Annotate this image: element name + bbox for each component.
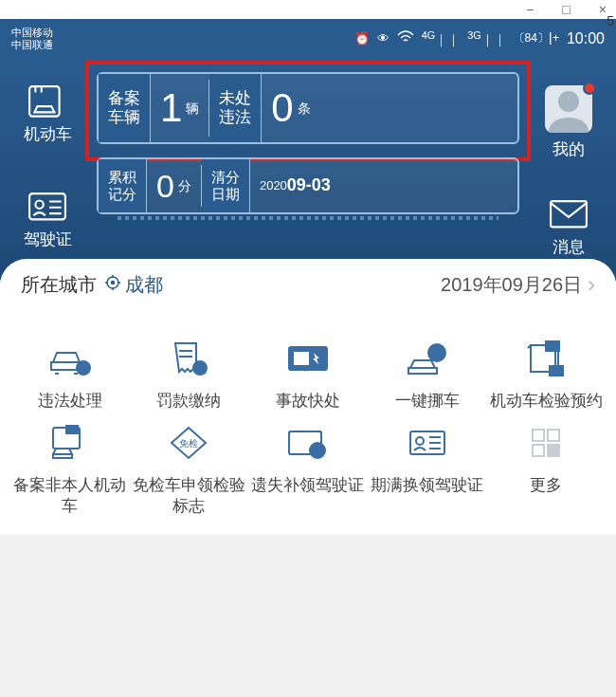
- tile-label: 免检车申领检验标志: [133, 475, 246, 516]
- tile-label: 事故快处: [276, 391, 340, 411]
- nav-vehicle[interactable]: 机动车: [24, 85, 72, 145]
- nav-messages[interactable]: 消息: [549, 198, 589, 258]
- reset-date-label: 清分日期: [202, 159, 250, 212]
- header: 机动车 驾驶证 备案车辆 1辆: [0, 59, 616, 286]
- tile-label: 期满换领驾驶证: [371, 475, 483, 495]
- exempt-icon: 免检: [162, 420, 215, 466]
- car-document-icon: [27, 85, 67, 118]
- locate-icon: [104, 274, 121, 296]
- city-row[interactable]: 所在城市 成都 2019年09月26日 ›: [0, 260, 616, 307]
- renew-license-icon: [401, 420, 454, 466]
- envelope-icon: [549, 198, 589, 230]
- license-icon: [27, 191, 67, 223]
- svg-text:备: 备: [68, 427, 75, 433]
- tile-exempt-inspection[interactable]: 免检 免检车申领检验标志: [133, 420, 246, 516]
- nav-license[interactable]: 驾驶证: [24, 191, 72, 250]
- nav-vehicle-label: 机动车: [24, 123, 72, 145]
- carrier-1: 中国移动: [11, 27, 53, 39]
- tile-label: 违法处理: [38, 391, 102, 411]
- svg-text:预: 预: [553, 367, 560, 376]
- tile-label: 遗失补领驾驶证: [251, 475, 364, 495]
- svg-rect-11: [293, 351, 310, 366]
- city-label: 所在城市: [21, 272, 97, 298]
- window-chrome: − □ ×: [0, 0, 616, 19]
- carrier-2: 中国联通: [11, 39, 53, 51]
- tile-register-other-vehicle[interactable]: 备 备案非本人机动车: [13, 420, 127, 516]
- car-violation-icon: 违: [44, 336, 97, 381]
- eye-icon: 👁: [377, 31, 390, 46]
- more-icon: [519, 420, 572, 466]
- track-decoration: [118, 216, 498, 220]
- svg-text:挪: 挪: [432, 348, 442, 358]
- tile-inspection-appointment[interactable]: 检预 机动车检验预约: [489, 336, 603, 411]
- tile-label: 备案非本人机动车: [13, 475, 127, 516]
- city-value[interactable]: 成都: [104, 272, 163, 298]
- current-date: 2019年09月26日: [441, 272, 582, 298]
- battery-indicator: 〔84〕ǀ+: [514, 30, 559, 46]
- register-vehicle-icon: 备: [44, 420, 97, 466]
- nav-messages-label: 消息: [553, 236, 585, 258]
- signal-3g: 3G｜｜: [467, 29, 505, 48]
- tile-label: 更多: [530, 475, 562, 495]
- svg-point-5: [112, 281, 115, 284]
- svg-point-27: [416, 437, 424, 445]
- tile-violation-handling[interactable]: 违 违法处理: [13, 336, 127, 411]
- alarm-icon: ⏰: [354, 31, 370, 46]
- svg-text:检: 检: [549, 342, 556, 351]
- window-minimize[interactable]: −: [526, 2, 534, 17]
- tile-more[interactable]: 更多: [489, 420, 603, 516]
- tile-label: 罚款缴纳: [156, 391, 221, 411]
- services-grid: 违 违法处理 缴 罚款缴纳 事故快处 挪 一键挪车 检预 机动车检验: [0, 307, 616, 535]
- reset-date-value: 2020 09-03: [250, 159, 340, 212]
- svg-rect-3: [551, 201, 587, 227]
- svg-text:免检: 免检: [179, 438, 198, 449]
- pending-violations-value: 0条: [262, 74, 319, 142]
- accumulated-points-value: 0分: [147, 159, 201, 212]
- clock: 10:00: [567, 30, 605, 47]
- pending-violations-label: 未处违法: [209, 74, 262, 142]
- nav-mine[interactable]: 我的: [545, 85, 592, 160]
- svg-text:补: 补: [313, 447, 321, 456]
- wifi-icon: [397, 30, 414, 46]
- move-car-icon: 挪: [401, 336, 454, 381]
- chevron-right-icon: ›: [588, 271, 595, 298]
- nav-mine-label: 我的: [553, 138, 585, 160]
- receipt-icon: 缴: [162, 336, 215, 381]
- svg-text:违: 违: [79, 364, 87, 374]
- status-bar: 中国移动 中国联通 ⏰ 👁 4G｜｜ 3G｜｜ 〔84〕ǀ+ 10:00: [0, 19, 616, 59]
- nav-license-label: 驾驶证: [24, 229, 72, 250]
- tile-move-car[interactable]: 挪 一键挪车: [371, 336, 484, 411]
- inspection-icon: 检预: [519, 336, 572, 381]
- tile-accident-quick[interactable]: 事故快处: [251, 336, 365, 411]
- annotation-5: 5: [607, 13, 614, 28]
- vehicles-card[interactable]: 备案车辆 1辆 未处违法 0条: [97, 72, 519, 144]
- accumulated-points-label: 累积记分: [99, 159, 147, 212]
- tile-renew-license[interactable]: 期满换领驾驶证: [371, 420, 484, 516]
- svg-point-2: [35, 201, 43, 209]
- tile-label: 机动车检验预约: [490, 391, 603, 411]
- svg-text:缴: 缴: [196, 364, 205, 374]
- signal-4g: 4G｜｜: [422, 29, 460, 48]
- tile-label: 一键挪车: [395, 391, 460, 411]
- registered-vehicles-label: 备案车辆: [99, 74, 151, 142]
- registered-vehicles-value: 1辆: [151, 74, 208, 142]
- notification-dot: [583, 82, 596, 95]
- reissue-icon: 补: [281, 420, 335, 466]
- tile-fine-payment[interactable]: 缴 罚款缴纳: [133, 336, 246, 411]
- svg-rect-29: [548, 430, 559, 441]
- points-card[interactable]: 累积记分 0分 清分日期 2020 09-03: [97, 157, 519, 214]
- window-maximize[interactable]: □: [562, 2, 570, 17]
- svg-rect-31: [548, 445, 559, 456]
- window-close[interactable]: ×: [599, 2, 607, 17]
- svg-rect-28: [533, 430, 544, 441]
- tile-reissue-license[interactable]: 补 遗失补领驾驶证: [251, 420, 365, 516]
- svg-rect-30: [533, 445, 544, 456]
- accident-icon: [281, 336, 335, 381]
